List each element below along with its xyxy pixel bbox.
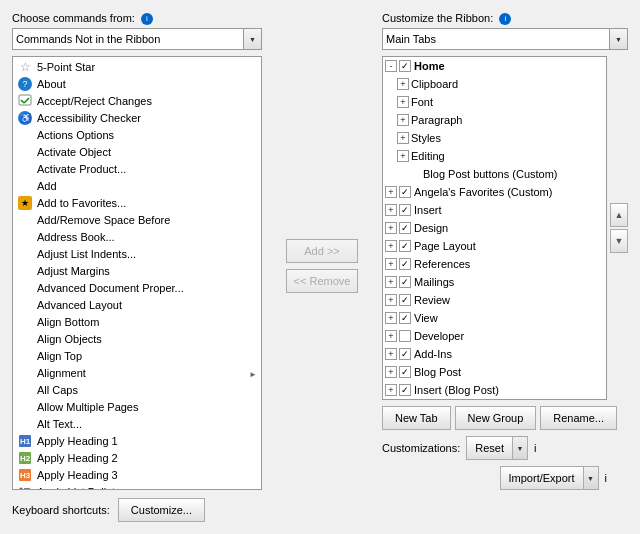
rename-button[interactable]: Rename... [540, 406, 617, 430]
import-export-info-icon[interactable]: i [605, 472, 607, 484]
choose-info-icon[interactable]: i [141, 13, 153, 25]
import-export-main[interactable]: Import/Export [500, 466, 583, 490]
tree-item-editing[interactable]: + Editing [383, 147, 606, 165]
list-item[interactable]: Advanced Layout [13, 296, 261, 313]
list-item[interactable]: Alt Text... [13, 415, 261, 432]
design-checkbox[interactable] [399, 222, 411, 234]
tree-item-clipboard[interactable]: + Clipboard [383, 75, 606, 93]
list-item[interactable]: Activate Product... [13, 160, 261, 177]
commands-dropdown-arrow[interactable] [243, 29, 261, 49]
design-expander[interactable]: + [385, 222, 397, 234]
angelas-checkbox[interactable] [399, 186, 411, 198]
tree-item-outlining[interactable]: + Outlining [383, 399, 606, 400]
add-button[interactable]: Add >> [286, 239, 358, 263]
tree-item-paragraph[interactable]: + Paragraph [383, 111, 606, 129]
ribbon-info-icon[interactable]: i [499, 13, 511, 25]
list-item[interactable]: Add [13, 177, 261, 194]
tree-item-styles[interactable]: + Styles [383, 129, 606, 147]
reset-main[interactable]: Reset [466, 436, 512, 460]
scroll-up-button[interactable]: ▲ [610, 203, 628, 227]
tree-item-blogpost[interactable]: Blog Post buttons (Custom) [383, 165, 606, 183]
tree-item-pagelayout[interactable]: + Page Layout [383, 237, 606, 255]
list-item[interactable]: Add/Remove Space Before [13, 211, 261, 228]
list-item[interactable]: Align Top [13, 347, 261, 364]
styles-expander[interactable]: + [397, 132, 409, 144]
list-item[interactable]: H3 Apply Heading 3 [13, 466, 261, 483]
tree-item-insert[interactable]: + Insert [383, 201, 606, 219]
list-item[interactable]: All Caps [13, 381, 261, 398]
insert-checkbox[interactable] [399, 204, 411, 216]
list-item[interactable]: ★ Add to Favorites... [13, 194, 261, 211]
ribbon-dropdown-container[interactable]: Main Tabs [382, 28, 628, 50]
list-item[interactable]: ♿ Accessibility Checker [13, 109, 261, 126]
list-item[interactable]: Apply List Bullet [13, 483, 261, 490]
commands-dropdown[interactable]: Commands Not in the Ribbon [13, 29, 243, 49]
list-item[interactable]: Align Objects [13, 330, 261, 347]
customizations-info-icon[interactable]: i [534, 442, 536, 454]
clipboard-expander[interactable]: + [397, 78, 409, 90]
list-item[interactable]: Align Bottom [13, 313, 261, 330]
review-checkbox[interactable] [399, 294, 411, 306]
import-export-split-button[interactable]: Import/Export ▼ [500, 466, 599, 490]
review-expander[interactable]: + [385, 294, 397, 306]
customize-shortcuts-button[interactable]: Customize... [118, 498, 205, 522]
addins-checkbox[interactable] [399, 348, 411, 360]
tree-item-home[interactable]: - Home [383, 57, 606, 75]
developer-expander[interactable]: + [385, 330, 397, 342]
blogpost2-expander[interactable]: + [385, 366, 397, 378]
new-tab-button[interactable]: New Tab [382, 406, 451, 430]
editing-expander[interactable]: + [397, 150, 409, 162]
ribbon-tree[interactable]: - Home + Clipboard + Font [382, 56, 607, 400]
pagelayout-checkbox[interactable] [399, 240, 411, 252]
new-group-button[interactable]: New Group [455, 406, 537, 430]
ribbon-dropdown[interactable]: Main Tabs [383, 29, 609, 49]
tree-item-mailings[interactable]: + Mailings [383, 273, 606, 291]
mailings-checkbox[interactable] [399, 276, 411, 288]
references-expander[interactable]: + [385, 258, 397, 270]
developer-checkbox[interactable] [399, 330, 411, 342]
list-item[interactable]: Activate Object [13, 143, 261, 160]
insert-expander[interactable]: + [385, 204, 397, 216]
commands-dropdown-container[interactable]: Commands Not in the Ribbon [12, 28, 262, 50]
list-item[interactable]: Accept/Reject Changes [13, 92, 261, 109]
addins-expander[interactable]: + [385, 348, 397, 360]
list-item[interactable]: Adjust Margins [13, 262, 261, 279]
scroll-down-button[interactable]: ▼ [610, 229, 628, 253]
tree-item-developer[interactable]: + Developer [383, 327, 606, 345]
font-expander[interactable]: + [397, 96, 409, 108]
tree-item-design[interactable]: + Design [383, 219, 606, 237]
angelas-expander[interactable]: + [385, 186, 397, 198]
tree-item-angelas[interactable]: + Angela's Favorites (Custom) [383, 183, 606, 201]
list-item[interactable]: Address Book... [13, 228, 261, 245]
import-export-arrow[interactable]: ▼ [583, 466, 599, 490]
list-item[interactable]: Actions Options [13, 126, 261, 143]
references-checkbox[interactable] [399, 258, 411, 270]
tree-item-references[interactable]: + References [383, 255, 606, 273]
tree-item-insertblogpost[interactable]: + Insert (Blog Post) [383, 381, 606, 399]
reset-arrow[interactable]: ▼ [512, 436, 528, 460]
remove-button[interactable]: << Remove [286, 269, 358, 293]
ribbon-dropdown-arrow[interactable] [609, 29, 627, 49]
tree-item-addins[interactable]: + Add-Ins [383, 345, 606, 363]
view-expander[interactable]: + [385, 312, 397, 324]
list-item[interactable]: Advanced Document Proper... [13, 279, 261, 296]
list-item[interactable]: H1 Apply Heading 1 [13, 432, 261, 449]
tree-item-review[interactable]: + Review [383, 291, 606, 309]
insertblogpost-expander[interactable]: + [385, 384, 397, 396]
mailings-expander[interactable]: + [385, 276, 397, 288]
home-checkbox[interactable] [399, 60, 411, 72]
list-item[interactable]: ? About [13, 75, 261, 92]
list-item[interactable]: Allow Multiple Pages [13, 398, 261, 415]
paragraph-expander[interactable]: + [397, 114, 409, 126]
pagelayout-expander[interactable]: + [385, 240, 397, 252]
insertblogpost-checkbox[interactable] [399, 384, 411, 396]
list-item[interactable]: H2 Apply Heading 2 [13, 449, 261, 466]
tree-item-blogpost2[interactable]: + Blog Post [383, 363, 606, 381]
commands-list[interactable]: ☆ 5-Point Star ? About A [12, 56, 262, 490]
home-expander[interactable]: - [385, 60, 397, 72]
list-item[interactable]: ☆ 5-Point Star [13, 58, 261, 75]
list-item[interactable]: Alignment [13, 364, 261, 381]
blogpost2-checkbox[interactable] [399, 366, 411, 378]
tree-item-font[interactable]: + Font [383, 93, 606, 111]
reset-split-button[interactable]: Reset ▼ [466, 436, 528, 460]
